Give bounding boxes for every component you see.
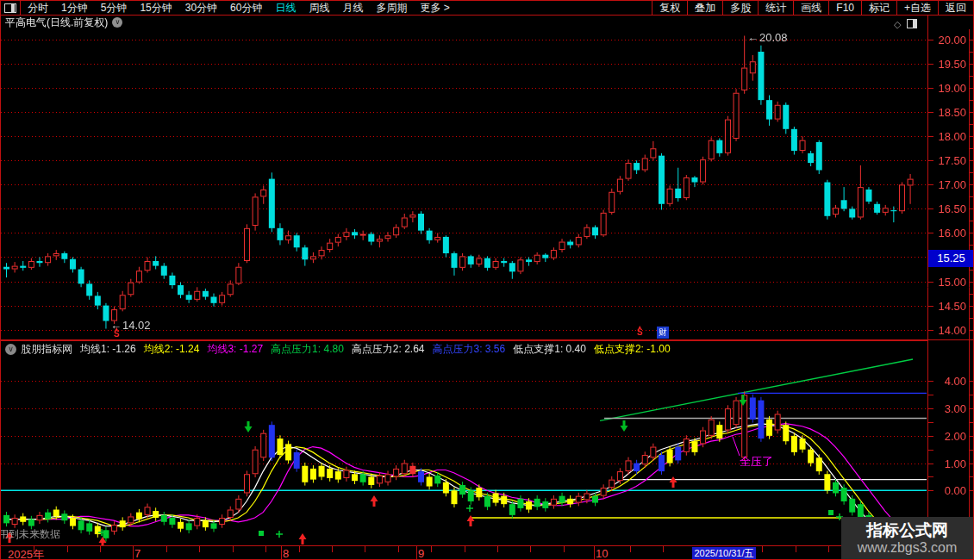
axis-tick [828, 546, 829, 552]
axis-tick [166, 546, 167, 552]
axis-tick [530, 546, 531, 552]
action-menu: 复权叠加多股统计画线F10标记+自选返回 [652, 1, 973, 15]
action-item[interactable]: 返回 [938, 1, 973, 15]
price-axis-label: 17.00 [932, 178, 966, 191]
high-annotation: ←20.08 [747, 31, 788, 44]
title-bar-icons: ◇ [894, 19, 917, 28]
period-item[interactable]: 60分钟 [230, 1, 262, 16]
indicator-field: 均线2: -1.24 [144, 342, 200, 357]
axis-tick [663, 546, 664, 552]
axis-tick [762, 546, 763, 552]
action-item[interactable]: 画线 [793, 1, 828, 15]
axis-tick [265, 546, 266, 552]
month-label: 8 [283, 547, 289, 560]
axis-tick [398, 546, 399, 552]
price-axis-label: 19.00 [932, 82, 966, 95]
action-item[interactable]: F10 [828, 1, 861, 15]
indicator-axis-label: 2.00 [932, 430, 966, 443]
panel-toggle-icon[interactable] [907, 19, 917, 28]
action-item[interactable]: 叠加 [687, 1, 722, 15]
price-axis-label: 14.00 [932, 324, 966, 337]
month-label: 10 [596, 547, 608, 560]
chart-canvas[interactable] [1, 1, 973, 559]
period-item[interactable]: 1分钟 [61, 1, 88, 16]
action-item[interactable]: 标记 [861, 1, 896, 15]
axis-tick [594, 546, 595, 560]
action-item[interactable]: 统计 [758, 1, 793, 15]
last-date-tag: 2025/10/31/五 [692, 547, 756, 559]
layout-toggle-button[interactable] [1, 1, 21, 15]
period-item[interactable]: 5分钟 [101, 1, 128, 16]
axis-tick [630, 546, 631, 552]
axis-tick [431, 546, 432, 552]
indicator-field: 低点支撑1: 0.40 [513, 342, 586, 357]
period-item[interactable]: 分时 [28, 1, 48, 16]
price-axis-label: 18.50 [932, 106, 966, 119]
arrow-left-icon: ← [747, 31, 759, 44]
finance-report-marker[interactable]: 财 [657, 327, 669, 339]
diamond-icon[interactable]: ◇ [894, 20, 901, 28]
indicator-field: 均线1: -1.26 [80, 342, 136, 357]
indicator-field: 均线3: -1.27 [207, 342, 263, 357]
indicator-title: 股朋指标网 [21, 342, 72, 357]
month-label: 9 [418, 547, 424, 560]
indicator-axis-label: 3.00 [932, 402, 966, 415]
axis-tick [100, 546, 101, 552]
chevron-down-icon[interactable]: ∨ [112, 17, 122, 28]
axis-tick [465, 546, 465, 552]
axis-tick [416, 546, 417, 560]
stock-title[interactable]: 平高电气(日线.前复权) [5, 16, 108, 30]
price-axis-label: 14.50 [932, 300, 966, 313]
axis-tick [233, 546, 234, 552]
watermark-url: www.zbgs3.com [858, 540, 958, 556]
period-item[interactable]: 周线 [309, 1, 329, 16]
pressure-annotation: 全压了 [740, 454, 773, 470]
indicator-field: 高点压力1: 4.80 [271, 342, 344, 357]
indicator-header: ∨ 股朋指标网 均线1: -1.26均线2: -1.24均线3: -1.27高点… [1, 340, 928, 358]
date-axis: 2025年 78910 2025/10/31/五 [1, 545, 928, 560]
indicator-field: 高点压力3: 3.56 [433, 342, 506, 357]
indicator-axis-label: 4.00 [932, 375, 966, 388]
period-item[interactable]: 日线 [275, 1, 296, 16]
price-axis-label: 17.50 [932, 154, 966, 167]
price-axis-label: 18.00 [932, 130, 966, 143]
price-axis-label: 19.50 [932, 58, 966, 71]
axis-tick [497, 546, 498, 552]
price-axis-label: 20.00 [932, 34, 966, 47]
indicator-field: 高点压力2: 2.64 [352, 342, 425, 357]
period-item[interactable]: 多周期 [376, 1, 407, 16]
action-item[interactable]: +自选 [896, 1, 938, 15]
axis-tick [299, 546, 300, 552]
period-item[interactable]: 15分钟 [140, 1, 172, 16]
price-axis-label: 16.50 [932, 202, 966, 215]
axis-tick [365, 546, 365, 552]
year-label: 2025年 [8, 547, 44, 560]
axis-tick [67, 546, 68, 552]
indicator-axis-label: 1.00 [932, 457, 966, 470]
axis-tick [796, 546, 796, 552]
period-item[interactable]: 30分钟 [185, 1, 217, 16]
indicator-values: 均线1: -1.26均线2: -1.24均线3: -1.27高点压力1: 4.8… [80, 342, 678, 357]
period-item[interactable]: 更多 > [420, 1, 449, 16]
action-item[interactable]: 复权 [652, 1, 687, 15]
axis-tick [133, 546, 134, 560]
period-menu: 分时1分钟5分钟15分钟30分钟60分钟日线周线月线多周期更多 > [28, 1, 652, 16]
collapse-circle-icon[interactable]: ∨ [5, 344, 16, 355]
axis-tick [34, 546, 34, 552]
indicator-axis-label: 0.00 [932, 484, 966, 497]
axis-tick [332, 546, 333, 552]
top-toolbar: 分时1分钟5分钟15分钟30分钟60分钟日线周线月线多周期更多 > 复权叠加多股… [1, 1, 973, 16]
action-item[interactable]: 多股 [722, 1, 758, 15]
watermark-title: 指标公式网 [866, 521, 948, 540]
title-bar: 平高电气(日线.前复权) ∨ [1, 16, 923, 29]
price-axis-label: 15.00 [932, 276, 966, 289]
dividend-marker[interactable]: ▴S [637, 325, 643, 337]
period-item[interactable]: 月线 [342, 1, 363, 16]
future-data-warning: 用到未来数据 [0, 527, 60, 542]
month-label: 7 [134, 547, 140, 560]
axis-tick [564, 546, 565, 552]
axis-tick [281, 546, 282, 560]
dividend-marker[interactable]: ▴S [114, 327, 120, 339]
watermark: 指标公式网 www.zbgs3.com [841, 517, 973, 559]
app-window: 分时1分钟5分钟15分钟30分钟60分钟日线周线月线多周期更多 > 复权叠加多股… [0, 0, 974, 560]
